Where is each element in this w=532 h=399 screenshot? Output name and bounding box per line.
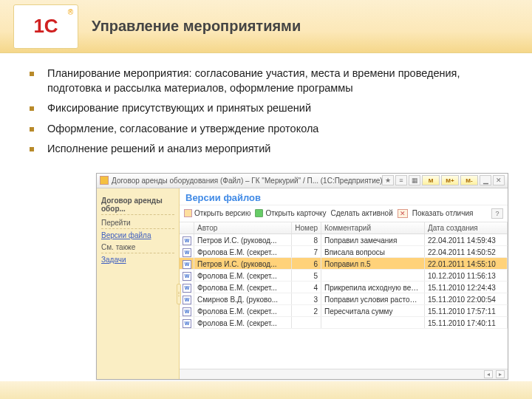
cell-number: 3 — [292, 293, 321, 304]
window-title: Договор аренды оборудования (Файл) – ГК … — [112, 177, 382, 185]
document-open-icon — [184, 209, 192, 217]
show-diff-button[interactable]: Показать отличия — [412, 209, 474, 217]
slide-header: 1C ® Управление мероприятиями — [0, 0, 532, 53]
panel-title: Версии файлов — [180, 188, 508, 205]
grid-header: Автор Номер Комментарий Дата создания — [180, 222, 508, 234]
versions-grid: Автор Номер Комментарий Дата создания WП… — [180, 222, 508, 369]
cell-date: 10.12.2010 11:56:13 — [425, 270, 508, 281]
sidebar-section-go: Перейти — [101, 217, 174, 229]
grid-header-date[interactable]: Дата создания — [425, 222, 508, 233]
cell-number: 2 — [292, 305, 321, 316]
grid-header-comment[interactable]: Комментарий — [321, 222, 425, 233]
calc-button[interactable]: ▦ — [409, 175, 420, 185]
cell-author: Фролова Е.М. (секрет... — [194, 305, 292, 316]
help-button[interactable]: ? — [491, 208, 503, 219]
logo-text: 1C — [33, 15, 58, 38]
cell-number: 7 — [292, 246, 321, 257]
app-window: Договор аренды оборудования (Файл) – ГК … — [96, 173, 508, 380]
document-icon — [100, 176, 109, 185]
pencil-icon — [255, 209, 263, 217]
table-row[interactable]: WФролова Е.М. (секрет...2Пересчитала сум… — [180, 305, 508, 317]
sidebar-section-seealso: См. также — [101, 242, 174, 253]
open-card-button[interactable]: Открыть карточку — [255, 209, 326, 217]
nav-sidebar: Договор аренды обор... Перейти Версии фа… — [97, 188, 180, 379]
cell-comment — [321, 270, 425, 281]
cell-date: 15.11.2010 12:24:43 — [425, 282, 508, 293]
cell-date: 15.11.2010 17:40:11 — [425, 317, 508, 328]
logo-registered-icon: ® — [68, 8, 73, 16]
cell-date: 22.04.2011 14:50:52 — [425, 246, 508, 257]
word-doc-icon: W — [183, 284, 191, 293]
cell-comment: Поправил замечания — [321, 234, 425, 245]
table-row[interactable]: WФролова Е.М. (секрет...15.11.2010 17:40… — [180, 317, 508, 329]
make-active-button[interactable]: Сделать активной — [331, 209, 393, 217]
grid-header-number[interactable]: Номер — [292, 222, 321, 233]
toolbar: Открыть версию Открыть карточку Сделать … — [180, 205, 508, 222]
sidebar-link-tasks[interactable]: Задачи — [101, 256, 174, 264]
table-row[interactable]: WФролова Е.М. (секрет...510.12.2010 11:5… — [180, 270, 508, 282]
bullet-list: Планирование мероприятия: согласование у… — [0, 53, 532, 171]
cell-number: 5 — [292, 270, 321, 281]
sidebar-link-versions[interactable]: Версии файла — [101, 231, 174, 239]
memory-mplus-button[interactable]: M+ — [441, 175, 459, 185]
bullet-text: Исполнение решений и анализ мероприятий — [47, 142, 270, 157]
cell-date: 22.01.2011 14:55:10 — [425, 258, 508, 269]
bullet-square-icon — [30, 72, 34, 76]
main-panel: Версии файлов Открыть версию Открыть кар… — [180, 188, 508, 379]
bullet-text: Оформление, согласование и утверждение п… — [47, 122, 318, 137]
minimize-button[interactable]: ▁ — [480, 175, 491, 185]
cell-number: 4 — [292, 282, 321, 293]
slide-title: Управление мероприятиями — [92, 18, 301, 35]
cell-number — [292, 317, 321, 328]
close-button[interactable]: ✕ — [493, 175, 505, 185]
bullet-item: Фиксирование присутствующих и принятых р… — [30, 101, 513, 116]
memory-m-button[interactable]: M — [422, 175, 440, 185]
bullet-square-icon — [30, 127, 34, 132]
scroll-left-button[interactable]: ◂ — [484, 370, 493, 378]
titlebar-button-group: ★ ≡ ▦ M M+ M- ▁ ✕ — [382, 175, 505, 185]
memory-mminus-button[interactable]: M- — [460, 175, 478, 185]
word-doc-icon: W — [183, 248, 191, 257]
bullet-text: Планирование мероприятия: согласование у… — [47, 66, 513, 95]
table-row[interactable]: WФролова Е.М. (секрет...7Вписала вопросы… — [180, 246, 508, 258]
cell-author: Фролова Е.М. (секрет... — [194, 270, 292, 281]
cell-author: Смирнов В.Д. (руково... — [194, 293, 292, 304]
table-row[interactable]: WПетров И.С. (руковод...8Поправил замеча… — [180, 234, 508, 246]
bullet-text: Фиксирование присутствующих и принятых р… — [47, 101, 311, 116]
cell-comment: Вписала вопросы — [321, 246, 425, 257]
footer-band — [0, 381, 532, 399]
word-doc-icon: W — [183, 319, 191, 328]
cell-author: Фролова Е.М. (секрет... — [194, 282, 292, 293]
open-version-button[interactable]: Открыть версию — [184, 209, 250, 217]
logo-1c: 1C ® — [13, 4, 78, 49]
window-titlebar: Договор аренды оборудования (Файл) – ГК … — [97, 174, 508, 188]
cell-date: 22.04.2011 14:59:43 — [425, 234, 508, 245]
cell-number: 8 — [292, 234, 321, 245]
bullet-square-icon — [30, 106, 34, 111]
scroll-right-button[interactable]: ▸ — [496, 370, 505, 378]
table-row[interactable]: WПетров И.С. (руковод...6Поправил п.522.… — [180, 258, 508, 270]
print-button[interactable]: ≡ — [395, 175, 407, 185]
sidebar-collapse-handle[interactable]: ⋮ — [177, 284, 181, 304]
grid-header-icon[interactable] — [180, 222, 194, 233]
cell-author: Петров И.С. (руковод... — [194, 258, 292, 269]
favorite-button[interactable]: ★ — [382, 175, 394, 185]
bullet-item: Оформление, согласование и утверждение п… — [30, 122, 513, 137]
table-row[interactable]: WСмирнов В.Д. (руково...3Поправил услови… — [180, 293, 508, 305]
cell-comment: Поправил п.5 — [321, 258, 425, 269]
btn-label: Открыть карточку — [265, 209, 326, 217]
table-row[interactable]: WФролова Е.М. (секрет...4Прикрепила исхо… — [180, 282, 508, 293]
cell-comment: Поправил условия расторжения — [321, 293, 425, 304]
btn-label: Показать отличия — [412, 209, 474, 217]
cell-author: Фролова Е.М. (секрет... — [194, 246, 292, 257]
word-doc-icon: W — [183, 296, 191, 304]
word-doc-icon: W — [183, 260, 191, 269]
cell-number: 6 — [292, 258, 321, 269]
grid-body: WПетров И.С. (руковод...8Поправил замеча… — [180, 234, 508, 329]
word-doc-icon: W — [183, 307, 191, 316]
cell-comment: Прикрепила исходную версию — [321, 282, 425, 293]
grid-header-author[interactable]: Автор — [194, 222, 292, 233]
bullet-square-icon — [30, 147, 34, 151]
cell-comment — [321, 317, 425, 328]
delete-button[interactable]: ✕ — [398, 209, 408, 218]
